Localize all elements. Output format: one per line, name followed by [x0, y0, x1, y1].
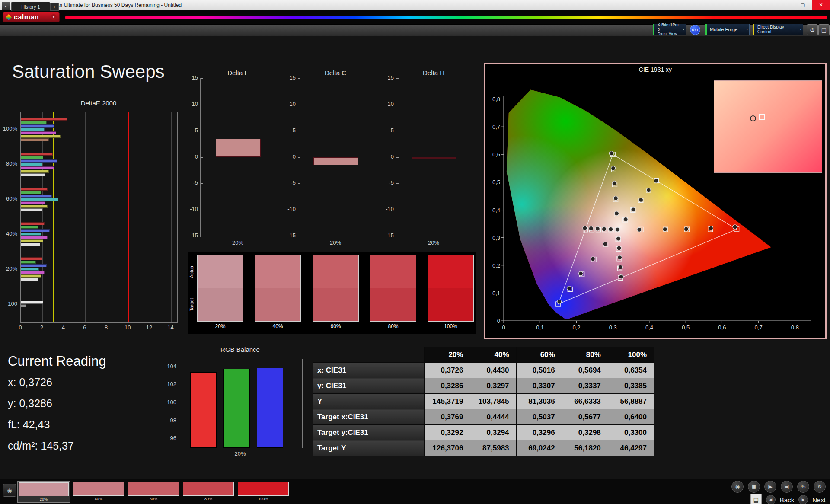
- deltae-bar: [21, 264, 47, 267]
- back-button[interactable]: Back: [780, 496, 794, 504]
- deltae-bar: [21, 226, 38, 229]
- rgb-balance-x-label: 20%: [179, 450, 302, 457]
- measurement-table: 20%40%60%80%100%x: CIE310,37260,44300,50…: [313, 347, 654, 456]
- meter-selector-button[interactable]: X-Rite i1Pro 3 Direct View ▾: [653, 24, 686, 35]
- delta-y-tick-label: 0: [278, 153, 296, 160]
- deltae-gridline: [171, 112, 172, 322]
- yellow-measured-circle: [646, 188, 651, 192]
- logo-menu-chevron-icon[interactable]: ▾: [51, 14, 57, 20]
- calman-logo-button[interactable]: calman ▾: [3, 12, 60, 22]
- delta-value-bar: [313, 157, 358, 165]
- delta-h-title: Delta H: [396, 69, 471, 77]
- thumbnail-label: 60%: [128, 497, 179, 501]
- maximize-button[interactable]: ▢: [794, 0, 812, 10]
- deltae-bar: [21, 239, 43, 242]
- deltae-bar: [21, 274, 41, 278]
- delta-y-tick-label: 5: [377, 127, 394, 134]
- delta-value-bar: [412, 157, 456, 159]
- delta-y-tick-label: -5: [278, 179, 296, 186]
- tab-history-1[interactable]: History 1: [11, 2, 50, 11]
- deltae-ref-line-warn: [53, 112, 54, 322]
- deltae-gridline: [85, 112, 86, 322]
- deltae-bar: [21, 124, 54, 128]
- swatch-label: 40%: [255, 323, 301, 329]
- svg-text:0,3: 0,3: [609, 324, 617, 331]
- save-icon[interactable]: ▣: [781, 481, 793, 493]
- chevron-down-icon: ▾: [746, 28, 748, 31]
- new-tab-button[interactable]: +: [50, 3, 59, 11]
- thumbnail-20%[interactable]: 20%: [17, 481, 70, 503]
- back-arrow-icon[interactable]: ◀: [766, 495, 776, 504]
- thumbnail-100%[interactable]: 100%: [237, 481, 290, 503]
- deltae-bar: [21, 153, 53, 156]
- current-reading-cdm2: cd/m²: 145,37: [8, 440, 150, 452]
- refresh-icon[interactable]: ↻: [814, 481, 826, 493]
- deltae-x-tick-label: 4: [57, 324, 70, 331]
- red-measured-circle: [709, 226, 713, 230]
- delta-tick-mark: [396, 105, 399, 105]
- rgb-tick-mark: [179, 439, 181, 439]
- inset-target-marker: [759, 114, 765, 120]
- delta-y-tick-label: -15: [278, 232, 296, 239]
- thumbnail-swatch: [19, 482, 69, 496]
- svg-text:0: 0: [502, 324, 505, 331]
- svg-text:0,6: 0,6: [718, 324, 726, 331]
- table-cell-value: 81,3036: [516, 394, 562, 409]
- display-control-button[interactable]: Direct Display Control ▾: [753, 24, 803, 35]
- minimize-button[interactable]: –: [776, 0, 794, 10]
- deltae-bar: [21, 278, 38, 281]
- current-reading-x: x: 0,3726: [8, 376, 150, 389]
- table-cell-value: 0,3726: [425, 363, 470, 378]
- thumbnail-label: 80%: [183, 497, 234, 501]
- expand-panel-button[interactable]: ▸: [2, 2, 10, 10]
- rgb-bar-blue: [257, 368, 283, 448]
- deltae-bar: [21, 229, 50, 232]
- delta-y-tick-label: -10: [377, 206, 394, 212]
- rgb-balance-title: RGB Balance: [179, 346, 302, 353]
- delta-tick-mark: [298, 105, 300, 105]
- delta-y-tick-label: -15: [181, 232, 198, 239]
- deltae-group-label: 60%: [6, 195, 17, 202]
- cyan-measured-circle: [589, 226, 593, 230]
- stop-icon[interactable]: ◼: [748, 481, 760, 493]
- next-arrow-icon[interactable]: ▶: [798, 495, 808, 504]
- display-preview-button[interactable]: ▤: [750, 494, 762, 504]
- eye-icon[interactable]: ◉: [3, 484, 16, 497]
- deltae-y-axis-labels: 100%80%60%40%20%100: [0, 112, 19, 322]
- table-cell-value: 0,3769: [425, 409, 470, 425]
- table-column-header: 40%: [470, 347, 516, 363]
- actual-swatch-100%: [428, 255, 474, 288]
- table-column-header: 100%: [608, 347, 654, 363]
- deltae-ref-line-fail: [128, 112, 129, 322]
- percent-icon[interactable]: %: [797, 481, 809, 493]
- deltae-bar: [21, 208, 42, 211]
- delta-c-y-labels: 151050-5-10-15: [278, 78, 296, 236]
- cie-color-inset: [714, 80, 822, 173]
- table-row-label: y: CIE31: [313, 378, 425, 394]
- meter-status-badge[interactable]: 671: [690, 25, 700, 35]
- page-title: Saturation Sweeps: [12, 61, 165, 82]
- green-measured-circle: [611, 166, 616, 170]
- eye-icon[interactable]: ◉: [731, 481, 744, 493]
- svg-text:0: 0: [497, 318, 500, 324]
- workspace-layout-button[interactable]: ▤: [818, 24, 830, 35]
- table-cell-value: 145,3719: [425, 394, 470, 409]
- settings-gear-button[interactable]: ⚙: [807, 24, 818, 35]
- table-cell-value: 56,1820: [562, 440, 608, 456]
- source-selector-button[interactable]: Mobile Forge ▾: [706, 24, 750, 35]
- green-measured-circle: [613, 196, 618, 201]
- blue-measured-circle: [557, 300, 562, 304]
- source-name: Mobile Forge: [710, 27, 743, 32]
- title-bar: Calman 2024 Calman Ultimate for Business…: [0, 0, 830, 11]
- deltae-bar: [21, 128, 45, 131]
- delta-y-tick-label: 0: [181, 153, 198, 160]
- thumbnail-40%[interactable]: 40%: [72, 481, 125, 503]
- delta-l-chart: [200, 78, 276, 237]
- thumbnail-80%[interactable]: 80%: [182, 481, 235, 503]
- thumbnail-60%[interactable]: 60%: [127, 481, 180, 503]
- play-icon[interactable]: ▶: [764, 481, 776, 493]
- deltae-bar: [21, 257, 42, 260]
- close-button[interactable]: ✕: [812, 0, 830, 10]
- table-column-header: 20%: [425, 347, 470, 363]
- next-button[interactable]: Next: [812, 496, 826, 504]
